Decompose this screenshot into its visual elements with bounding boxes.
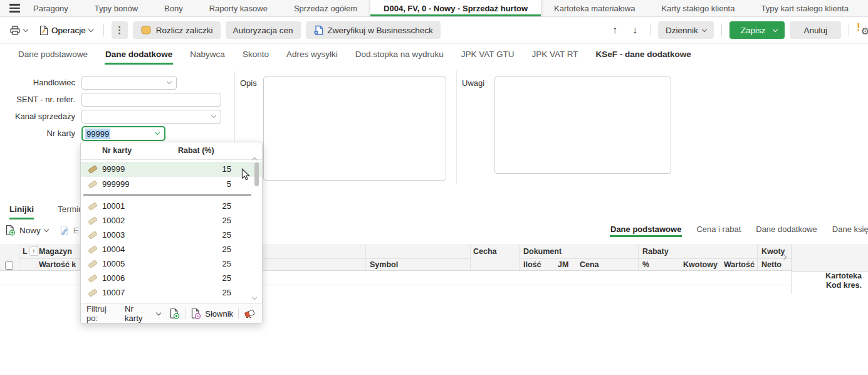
card-tag-icon (88, 231, 98, 240)
footer-divider (238, 308, 239, 319)
tab-termin[interactable]: Termin (58, 204, 83, 219)
more-options-button[interactable]: ⋮ (112, 21, 128, 39)
card-dropdown-popup: Nr karty Rabat (%) 9999915 9999995 10001… (80, 142, 263, 324)
detailtab-dane-podstawowe[interactable]: Dane podstawowe (603, 221, 689, 237)
formtab-dane-dodatkowe[interactable]: Dane dodatkowe (97, 44, 181, 65)
formtab-dod-stopka[interactable]: Dod.stopka na wydruku (347, 44, 452, 65)
dropdown-option[interactable]: 1000625 (81, 271, 262, 286)
operacje-button[interactable]: Operacje (36, 23, 96, 38)
toolbar-divider (849, 24, 849, 36)
dziennik-button[interactable]: Dziennik (658, 21, 714, 39)
lines-tab-bar: Linijki Termin (0, 204, 83, 219)
chevron-down-icon (155, 130, 160, 135)
dropdown-option[interactable]: 1000725 (81, 285, 262, 300)
tab-typy-bonow[interactable]: Typy bonów (81, 0, 151, 16)
col-procent[interactable]: % (642, 258, 649, 272)
coins-icon (140, 26, 152, 35)
dropdown-col-rabat: Rabat (%) (178, 146, 214, 155)
zapisz-button[interactable]: Zapisz (729, 21, 785, 39)
dropdown-option[interactable]: 1000425 (81, 242, 262, 257)
opis-textarea[interactable] (263, 77, 446, 181)
move-up-button[interactable]: ↑ (607, 23, 622, 37)
print-button[interactable] (6, 23, 31, 38)
slownik-button[interactable]: Słownik (191, 308, 233, 319)
handlowiec-select[interactable] (81, 76, 177, 90)
formtab-adres-wysylki[interactable]: Adres wysyłki (278, 44, 347, 65)
col-jm[interactable]: JM (558, 258, 568, 272)
col-kwotowy[interactable]: Kwotowy (683, 258, 718, 272)
dropdown-option[interactable]: 1000225 (81, 213, 262, 228)
colgroup-rabaty: Rabaty (642, 245, 669, 258)
col-magazyn[interactable]: Magazyn (39, 245, 80, 258)
dropdown-option[interactable]: 1000325 (81, 228, 262, 243)
detailtab-cena-i-rabat[interactable]: Cena i rabat (689, 221, 748, 237)
rozlicz-zaliczki-button[interactable]: Rozlicz zaliczki (133, 21, 221, 39)
move-down-button[interactable]: ↓ (627, 23, 642, 37)
scroll-down-icon[interactable] (253, 295, 258, 300)
filter-field-select[interactable]: Nr karty (125, 304, 160, 323)
tab-karty-stalego-klienta[interactable]: Karty stałego klienta (648, 0, 748, 16)
detailtab-dane-dodatkowe[interactable]: Dane dodatkowe (748, 221, 825, 237)
col-ilosc[interactable]: Ilość (523, 258, 541, 272)
tab-typy-kart-stalego-klienta[interactable]: Typy kart stałego klienta (748, 0, 861, 16)
scroll-right-icon[interactable] (782, 255, 787, 260)
dropdown-option[interactable]: 1000525 (81, 256, 262, 272)
nr-karty-combobox[interactable]: 99999 (81, 126, 165, 141)
formtab-dane-podstawowe[interactable]: Dane podstawowe (9, 44, 97, 65)
edytuj-button[interactable]: E (60, 225, 79, 236)
col-netto[interactable]: Netto (761, 258, 790, 272)
col-wartosc[interactable]: Wartość (724, 258, 755, 272)
tab-linijki[interactable]: Linijki (9, 204, 34, 219)
scroll-up-icon[interactable] (253, 156, 258, 161)
tab-definicja-jobow[interactable]: Definicja jobów bazodano (862, 0, 868, 16)
select-all-checkbox[interactable] (5, 261, 13, 270)
kartoteka-kod-kres-label: Kartoteka Kod kres. (808, 272, 862, 290)
autoryzacja-cen-button[interactable]: Autoryzacja cen (226, 21, 301, 39)
card-tag-icon (88, 245, 98, 254)
dropdown-option[interactable]: 9999995 (81, 177, 262, 192)
kanal-sprzedazy-select[interactable] (81, 110, 221, 124)
uwagi-textarea[interactable] (494, 77, 671, 174)
sort-asc-icon[interactable]: ↑ (29, 246, 38, 256)
anuluj-label: Anuluj (803, 26, 827, 35)
tab-kartoteka-materialowa[interactable]: Kartoteka materiałowa (541, 0, 648, 16)
sent-input[interactable] (81, 93, 221, 107)
col-cena[interactable]: Cena (580, 258, 599, 272)
menu-icon[interactable] (0, 0, 20, 16)
col-symbol[interactable]: Symbol (370, 258, 398, 272)
top-tab-bar: Paragony Typy bonów Bony Raporty kasowe … (0, 0, 868, 17)
tab-bony[interactable]: Bony (151, 0, 196, 16)
dropdown-option[interactable]: 1000125 (81, 199, 262, 214)
formtab-skonto[interactable]: Skonto (234, 44, 278, 65)
chevron-down-icon (156, 310, 161, 315)
formtab-jpk-vat-rt[interactable]: JPK VAT RT (523, 44, 587, 65)
handlowiec-label: Handlowiec (0, 76, 75, 90)
tab-document-active[interactable]: D004, FV, 0 - Nowy - Sprzedaż hurtow (370, 0, 541, 16)
chevron-down-icon (701, 26, 706, 31)
col-wartosc-k[interactable]: Wartość k (39, 258, 80, 272)
card-tag-icon (88, 202, 98, 211)
formtab-jpk-vat-gtu[interactable]: JPK VAT GTU (452, 44, 523, 65)
tab-paragony[interactable]: Paragony (20, 0, 81, 16)
tab-raporty-kasowe[interactable]: Raporty kasowe (196, 0, 281, 16)
toolbar-divider (721, 24, 722, 36)
formtab-ksef[interactable]: KSeF - dane dodatkowe (587, 44, 700, 65)
col-cecha[interactable]: Cecha (473, 245, 497, 258)
add-document-icon (169, 308, 180, 319)
detailtab-dane-ksiegowe[interactable]: Dane księgowe (825, 221, 868, 237)
settings-alert-icon[interactable]: ! ⚙ (857, 22, 868, 38)
businesscheck-icon (313, 25, 323, 36)
dropdown-option[interactable]: 9999915 (81, 162, 262, 177)
col-lp[interactable]: L↑ (23, 245, 38, 258)
add-card-button[interactable] (169, 308, 180, 319)
nowy-button[interactable]: Nowy (5, 224, 48, 236)
toolbar-divider (650, 24, 651, 36)
sent-label: SENT - nr. refer. (0, 93, 75, 107)
formtab-nabywca[interactable]: Nabywca (181, 44, 234, 65)
clear-filter-button[interactable] (244, 309, 256, 319)
scrollbar-thumb[interactable] (254, 162, 259, 186)
anuluj-button[interactable]: Anuluj (790, 21, 841, 39)
nr-karty-value: 99999 (85, 129, 110, 139)
zweryfikuj-businesscheck-button[interactable]: Zweryfikuj w Businesscheck (306, 21, 441, 39)
tab-sprzedaz-ogolem[interactable]: Sprzedaż ogółem (281, 0, 370, 16)
